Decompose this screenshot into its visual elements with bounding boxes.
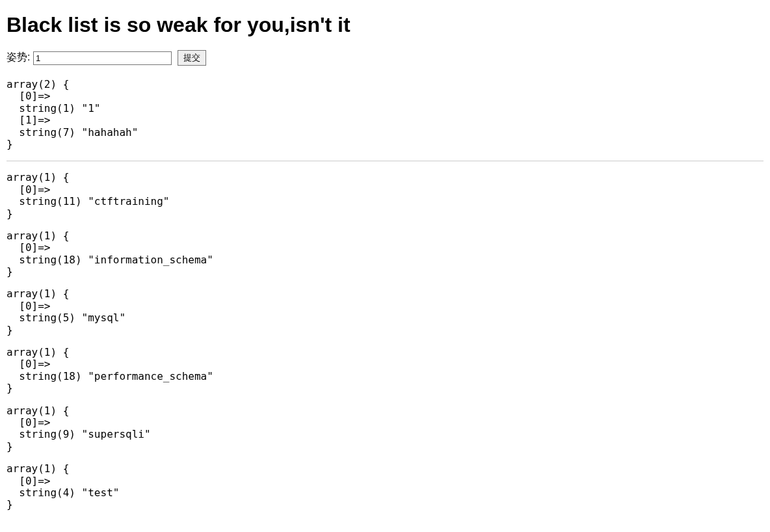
submit-button[interactable]: 提交	[178, 50, 206, 66]
dump-output: array(1) { [0]=> string(18) "performance…	[7, 347, 763, 395]
page-title: Black list is so weak for you,isn't it	[7, 13, 763, 37]
query-input[interactable]	[33, 51, 172, 65]
dump-output: array(1) { [0]=> string(4) "test" }	[7, 463, 763, 511]
query-form: 姿势: 提交	[7, 50, 763, 66]
dump-output: array(1) { [0]=> string(9) "supersqli" }	[7, 405, 763, 453]
dump-output: array(2) { [0]=> string(1) "1" [1]=> str…	[7, 79, 763, 150]
input-label: 姿势:	[7, 51, 30, 62]
dump-output: array(1) { [0]=> string(5) "mysql" }	[7, 288, 763, 336]
dump-output: array(1) { [0]=> string(18) "information…	[7, 230, 763, 278]
dump-output: array(1) { [0]=> string(11) "ctftraining…	[7, 172, 763, 220]
separator	[7, 161, 763, 161]
